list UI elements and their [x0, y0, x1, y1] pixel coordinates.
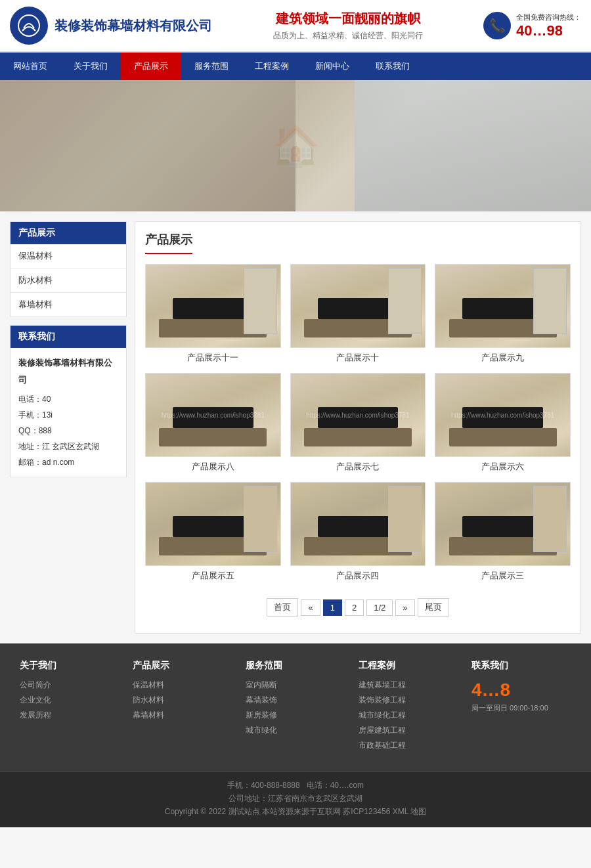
- product-name-8: 产品展示八: [145, 461, 281, 473]
- page-current[interactable]: 1: [323, 599, 342, 616]
- footer-about-item-3[interactable]: 发展历程: [20, 710, 120, 721]
- product-name-10: 产品展示十: [290, 352, 426, 364]
- footer-col-products-title: 产品展示: [133, 660, 232, 672]
- product-name-7: 产品展示七: [290, 461, 426, 473]
- nav: 网站首页 关于我们 产品展示 服务范围 工程案例 新闻中心 联系我们: [0, 53, 591, 80]
- product-grid: 产品展示十一 产品展示十 产品展示九: [145, 264, 571, 582]
- product-name-11: 产品展示十一: [145, 352, 281, 364]
- footer-col-about-title: 关于我们: [20, 660, 120, 672]
- slogan-title: 建筑领域一面靓丽的旗帜: [225, 10, 470, 28]
- footer-product-item-2[interactable]: 防水材料: [133, 695, 232, 706]
- footer-service-item-3[interactable]: 新房装修: [246, 710, 345, 721]
- product-card-11[interactable]: 产品展示十一: [145, 264, 281, 364]
- nav-cases[interactable]: 工程案例: [242, 53, 302, 80]
- page-first[interactable]: 首页: [267, 598, 298, 617]
- page-2[interactable]: 2: [345, 599, 364, 616]
- contact-company: 装修装饰幕墙材料有限公司: [18, 355, 118, 389]
- sidebar-product-box: 产品展示 保温材料 防水材料 幕墙材料: [10, 221, 127, 317]
- footer-product-item-3[interactable]: 幕墙材料: [133, 710, 232, 721]
- footer-bottom-address: 公司地址：江苏省南京市玄武区玄武湖: [8, 793, 583, 804]
- contact-info: 装修装饰幕墙材料有限公司 电话：40 手机：13i QQ：888 地址：江 玄武…: [11, 348, 126, 477]
- footer-service-item-4[interactable]: 城市绿化: [246, 725, 345, 736]
- footer-product-item-1[interactable]: 保温材料: [133, 680, 232, 691]
- product-card-8[interactable]: https://www.huzhan.com/ishop3781 产品展示八: [145, 373, 281, 473]
- nav-contact[interactable]: 联系我们: [362, 53, 423, 80]
- contact-address: 地址：江 玄武区玄武湖: [18, 439, 118, 454]
- contact-email: 邮箱：ad n.com: [18, 454, 118, 470]
- footer-service-item-2[interactable]: 幕墙装饰: [246, 695, 345, 706]
- header: 装修装饰幕墙材料有限公司 建筑领域一面靓丽的旗帜 品质为上、精益求精、诚信经营、…: [0, 0, 591, 53]
- hotline-area: 📞 全国免费咨询热线： 40…98: [483, 12, 581, 39]
- product-name-5: 产品展示五: [145, 570, 281, 582]
- sidebar-contact-box: 联系我们 装修装饰幕墙材料有限公司 电话：40 手机：13i QQ：888 地址…: [10, 325, 127, 477]
- hotline-label: 全国免费咨询热线：: [516, 12, 581, 22]
- nav-home[interactable]: 网站首页: [0, 53, 60, 80]
- page-last[interactable]: 尾页: [418, 598, 449, 617]
- pagination: 首页 « 1 2 1/2 » 尾页: [145, 592, 571, 623]
- contact-mobile: 手机：13i: [18, 407, 118, 423]
- product-heading: 产品展示: [145, 232, 192, 254]
- nav-services[interactable]: 服务范围: [181, 53, 242, 80]
- banner: 🏠: [0, 80, 591, 211]
- page-prev[interactable]: «: [301, 599, 320, 616]
- product-name-6: 产品展示六: [435, 461, 571, 473]
- sidebar-item-waterproof[interactable]: 防水材料: [11, 269, 126, 293]
- product-card-5[interactable]: 产品展示五: [145, 482, 281, 582]
- slogan-area: 建筑领域一面靓丽的旗帜 品质为上、精益求精、诚信经营、阳光同行: [212, 10, 483, 41]
- footer-col-contact: 联系我们 4…8 周一至周日 09:00-18:00: [471, 660, 571, 755]
- svg-point-0: [18, 15, 39, 36]
- nav-news[interactable]: 新闻中心: [302, 53, 362, 80]
- sidebar-contact-title: 联系我们: [11, 326, 126, 348]
- slogan-sub: 品质为上、精益求精、诚信经营、阳光同行: [225, 30, 470, 41]
- product-card-6[interactable]: https://www.huzhan.com/ishop3781 产品展示六: [435, 373, 571, 473]
- footer-hotline-time: 周一至周日 09:00-18:00: [471, 703, 571, 713]
- footer-bottom-contact: 手机：400-888-8888 电话：40….com: [8, 780, 583, 791]
- sidebar-product-title: 产品展示: [11, 222, 126, 244]
- footer-case-item-2[interactable]: 装饰装修工程: [359, 695, 458, 706]
- product-name-3: 产品展示三: [435, 570, 571, 582]
- footer-bottom: 手机：400-888-8888 电话：40….com 公司地址：江苏省南京市玄武…: [0, 771, 591, 827]
- footer-case-item-3[interactable]: 城市绿化工程: [359, 710, 458, 721]
- contact-tel: 电话：40: [18, 391, 118, 407]
- footer-case-item-1[interactable]: 建筑幕墙工程: [359, 680, 458, 691]
- footer-col-services: 服务范围 室内隔断 幕墙装饰 新房装修 城市绿化: [246, 660, 345, 755]
- footer-case-item-5[interactable]: 市政基础工程: [359, 740, 458, 751]
- phone-icon: 📞: [483, 12, 511, 39]
- product-card-10[interactable]: 产品展示十: [290, 264, 426, 364]
- footer-col-cases-title: 工程案例: [359, 660, 458, 672]
- footer-case-item-4[interactable]: 房屋建筑工程: [359, 725, 458, 736]
- product-card-3[interactable]: 产品展示三: [435, 482, 571, 582]
- page-next[interactable]: »: [395, 599, 414, 616]
- footer-about-item-1[interactable]: 公司简介: [20, 680, 120, 691]
- footer-col-contact-title: 联系我们: [471, 660, 571, 672]
- nav-products[interactable]: 产品展示: [121, 53, 181, 80]
- hotline-info: 全国免费咨询热线： 40…98: [516, 12, 581, 39]
- footer-col-cases: 工程案例 建筑幕墙工程 装饰装修工程 城市绿化工程 房屋建筑工程 市政基础工程: [359, 660, 458, 755]
- product-card-4[interactable]: 产品展示四: [290, 482, 426, 582]
- footer-hotline-number: 4…8: [471, 680, 571, 701]
- footer-col-services-title: 服务范围: [246, 660, 345, 672]
- hotline-number: 40…98: [516, 22, 581, 39]
- logo-text: 装修装饰幕墙材料有限公司: [55, 17, 212, 35]
- footer-copyright: Copyright © 2022 测试站点 本站资源来源于互联网 苏ICP123…: [8, 806, 583, 817]
- footer-col-products: 产品展示 保温材料 防水材料 幕墙材料: [133, 660, 232, 755]
- product-area: 产品展示 产品展示十一 产品展示十: [135, 221, 581, 634]
- sidebar-item-insulation[interactable]: 保温材料: [11, 244, 126, 269]
- product-card-7[interactable]: https://www.huzhan.com/ishop3781 产品展示七: [290, 373, 426, 473]
- product-card-9[interactable]: 产品展示九: [435, 264, 571, 364]
- footer-col-about: 关于我们 公司简介 企业文化 发展历程: [20, 660, 120, 755]
- main-content: 产品展示 保温材料 防水材料 幕墙材料 联系我们 装修装饰幕墙材料有限公司 电话…: [0, 211, 591, 643]
- footer-top: 关于我们 公司简介 企业文化 发展历程 产品展示 保温材料 防水材料 幕墙材料 …: [0, 643, 591, 771]
- logo-area: 装修装饰幕墙材料有限公司: [10, 7, 212, 45]
- page-total: 1/2: [366, 599, 393, 616]
- product-name-4: 产品展示四: [290, 570, 426, 582]
- sidebar: 产品展示 保温材料 防水材料 幕墙材料 联系我们 装修装饰幕墙材料有限公司 电话…: [10, 221, 127, 634]
- logo-icon: [10, 7, 48, 45]
- contact-qq: QQ：888: [18, 423, 118, 439]
- footer-service-item-1[interactable]: 室内隔断: [246, 680, 345, 691]
- product-name-9: 产品展示九: [435, 352, 571, 364]
- nav-about[interactable]: 关于我们: [60, 53, 121, 80]
- footer-about-item-2[interactable]: 企业文化: [20, 695, 120, 706]
- sidebar-item-curtainwall[interactable]: 幕墙材料: [11, 293, 126, 316]
